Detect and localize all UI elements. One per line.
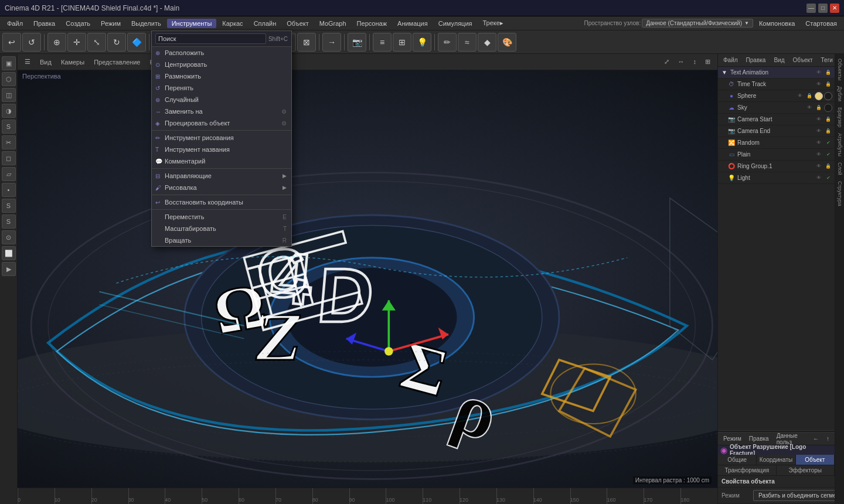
obj-flag-eye-rg[interactable]: 👁	[815, 162, 823, 171]
paint-button[interactable]: 🎨	[498, 33, 516, 52]
ls-model-button[interactable]: ▣	[2, 56, 16, 70]
dm-item-arrange[interactable]: ⊕ Расположить	[152, 47, 291, 59]
attr-tab-coords[interactable]: Координаты	[757, 455, 795, 465]
obj-item-ring-group[interactable]: ⭕ Ring Group.1 👁 🔒	[718, 161, 835, 172]
menu-tracker[interactable]: Треке▸	[478, 18, 508, 28]
move-tool-button[interactable]: ⊕	[47, 33, 66, 52]
dm-item-name-tool[interactable]: T Инструмент названия	[152, 144, 291, 155]
obj-flag-check-r[interactable]: ✔	[824, 139, 832, 147]
menu-tools[interactable]: Инструменты	[167, 19, 217, 28]
menu-select[interactable]: Выделить	[127, 19, 166, 28]
menu-mode[interactable]: Режим	[96, 19, 125, 28]
obj-flag-lock-sky[interactable]: 🔒	[815, 104, 823, 112]
dm-search-input[interactable]	[155, 33, 266, 44]
maximize-button[interactable]: □	[818, 4, 828, 13]
menu-layout[interactable]: Компоновка	[754, 19, 799, 28]
obj-flag-eye-cs[interactable]: 👁	[815, 115, 823, 124]
dm-item-rotate[interactable]: Вращать R	[152, 234, 291, 246]
attr-edit-button[interactable]: Правка	[746, 435, 772, 442]
floor-button[interactable]: ≡	[373, 33, 392, 52]
array-button[interactable]: ⊠	[297, 33, 316, 52]
vp-icon2-button[interactable]: ↕	[690, 57, 700, 66]
obj-item-light[interactable]: 💡 Light 👁 ✔	[718, 172, 835, 184]
vp-display-button[interactable]: Представление	[90, 58, 144, 66]
menu-create[interactable]: Создать	[61, 19, 95, 28]
viewport[interactable]: Перспектива	[18, 70, 717, 488]
deform-button[interactable]: ≈	[458, 33, 477, 52]
ls-edge-button[interactable]: ▱	[2, 167, 16, 181]
edge-tab-structure[interactable]: Структура	[836, 179, 843, 209]
scale-tool-button[interactable]: ⤡	[87, 33, 106, 52]
camera-button[interactable]: 📷	[348, 33, 366, 52]
obj-flag-eye-ce[interactable]: 👁	[815, 127, 823, 135]
obj-flag-eye-tt[interactable]: 👁	[815, 80, 823, 88]
obj-item-sky[interactable]: ☁ Sky 👁 🔒	[718, 102, 835, 114]
redo-button[interactable]: ↺	[22, 33, 41, 52]
dm-item-project[interactable]: ◈ Проецировать объект ⚙	[152, 117, 291, 129]
obj-item-sphere[interactable]: ● Sphere 👁 🔒	[718, 90, 835, 102]
workspace-dropdown[interactable]: Данное (Стандартный/Физический)	[642, 19, 753, 28]
obj-flag-lock-ce[interactable]: 🔒	[824, 127, 832, 135]
menu-object[interactable]: Объект	[282, 19, 313, 28]
obj-edit-button[interactable]: Правка	[743, 56, 769, 64]
ls-paint2-button[interactable]: S	[2, 214, 16, 229]
obj-item-plain[interactable]: ▭ Plain 👁 ✔	[718, 149, 835, 161]
obj-flag-lock-tt[interactable]: 🔒	[824, 80, 832, 88]
ls-mesh-button[interactable]: ⬡	[2, 72, 16, 86]
edge-tab-browser[interactable]: Браузер	[836, 105, 843, 130]
attr-mode-select[interactable]: Разбить и объединить сегменты	[753, 490, 844, 501]
edge-tab-layer[interactable]: Слой	[836, 160, 843, 178]
obj-item-text-animation[interactable]: ▼ Text Animation 👁 🔒	[718, 67, 835, 79]
minimize-button[interactable]: —	[806, 4, 816, 13]
obj-flag-eye[interactable]: 👁	[815, 69, 823, 77]
undo-button[interactable]: ↩	[2, 33, 21, 52]
menu-wire[interactable]: Каркас	[217, 19, 247, 28]
snap-button[interactable]: 🔷	[127, 33, 146, 52]
vp-icon3-button[interactable]: ⊞	[702, 57, 714, 66]
dm-item-restore-coords[interactable]: ↩ Восстановить координаты	[152, 196, 291, 208]
menu-character[interactable]: Персонаж	[352, 19, 392, 28]
ls-point-button[interactable]: •	[2, 183, 16, 197]
menu-edit[interactable]: Правка	[29, 19, 60, 28]
vp-view-button[interactable]: Вид	[36, 58, 55, 66]
vp-icon1-button[interactable]: ↔	[675, 57, 688, 66]
ls-soft-button[interactable]: S	[2, 199, 16, 213]
dm-item-move[interactable]: Переместить E	[152, 211, 291, 223]
close-button[interactable]: ✕	[830, 4, 839, 13]
sculpt-button[interactable]: ◆	[478, 33, 496, 52]
dm-item-paint[interactable]: 🖌 Рисовалка	[152, 182, 291, 193]
menu-animation[interactable]: Анимация	[393, 19, 433, 28]
obj-flag-lock[interactable]: 🔒	[824, 69, 832, 77]
ls-motion-button[interactable]: ⊙	[2, 230, 16, 244]
edge-tab-objects[interactable]: Объекты	[836, 56, 843, 83]
ls-uv-button[interactable]: ◫	[2, 88, 16, 102]
menu-startup[interactable]: Стартовая	[801, 19, 842, 28]
edge-tab-attributes[interactable]: Атрибуты	[836, 131, 843, 159]
obj-item-camera-start[interactable]: 📷 Camera Start 👁 🔒	[718, 114, 835, 125]
menu-simulation[interactable]: Симуляция	[434, 19, 477, 28]
obj-flag-eye-pl[interactable]: 👁	[815, 151, 823, 159]
obj-object-button[interactable]: Объект	[789, 56, 815, 64]
timeline-ruler[interactable]: 0102030405060708090100110120130140150160…	[18, 488, 717, 504]
vp-maximize-button[interactable]: ⤢	[661, 57, 673, 66]
ls-anim-button[interactable]: ▶	[2, 262, 16, 276]
menu-spline[interactable]: Сплайн	[249, 19, 281, 28]
obj-flag-check-pl[interactable]: ✔	[824, 151, 832, 159]
obj-file-button[interactable]: Файл	[720, 56, 741, 64]
dm-item-center[interactable]: ⊙ Центрировать	[152, 59, 291, 70]
ls-poly-button[interactable]: ◻	[2, 151, 16, 165]
dm-item-guides[interactable]: ⊟ Направляющие	[152, 170, 291, 182]
obj-flag-eye-sky[interactable]: 👁	[805, 104, 814, 112]
vp-cameras-button[interactable]: Камеры	[57, 58, 88, 66]
obj-flag-lock-rg[interactable]: 🔒	[824, 162, 832, 171]
attr-mode-button[interactable]: Режим	[720, 435, 744, 442]
rotate-tool-button[interactable]: ↻	[107, 33, 126, 52]
obj-item-random[interactable]: 🔀 Random 👁 ✔	[718, 137, 835, 149]
attr-forward-button[interactable]: ↑	[823, 435, 832, 442]
obj-flag-eye-sphere[interactable]: 👁	[796, 92, 804, 100]
menu-file[interactable]: Файл	[2, 19, 28, 28]
attr-back-button[interactable]: ←	[810, 435, 822, 442]
dm-item-transfer[interactable]: ↺ Перенять	[152, 82, 291, 94]
dm-item-draw-tool[interactable]: ✏ Инструмент рисования	[152, 132, 291, 144]
dm-item-scale[interactable]: Масштабировать T	[152, 223, 291, 234]
